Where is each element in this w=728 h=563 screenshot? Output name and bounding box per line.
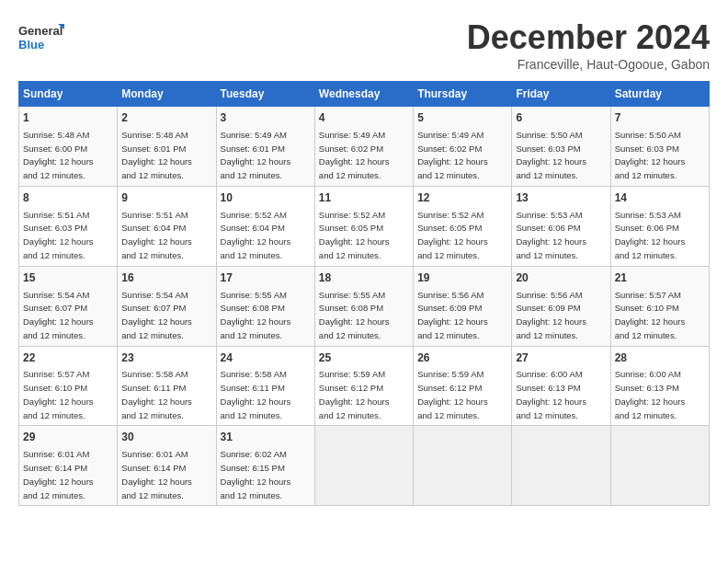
day-info: Sunrise: 6:01 AMSunset: 6:14 PMDaylight:… — [121, 449, 192, 500]
day-number: 3 — [221, 110, 311, 126]
svg-text:Blue: Blue — [18, 38, 44, 52]
table-row: 3Sunrise: 5:49 AMSunset: 6:01 PMDaylight… — [216, 107, 314, 187]
day-number: 6 — [516, 110, 606, 126]
day-info: Sunrise: 5:53 AMSunset: 6:06 PMDaylight:… — [615, 210, 686, 260]
table-row: 1Sunrise: 5:48 AMSunset: 6:00 PMDaylight… — [19, 107, 118, 187]
table-row: 16Sunrise: 5:54 AMSunset: 6:07 PMDayligh… — [118, 266, 216, 346]
table-row: 4Sunrise: 5:49 AMSunset: 6:02 PMDaylight… — [314, 107, 413, 187]
table-row: 25Sunrise: 5:59 AMSunset: 6:12 PMDayligh… — [314, 346, 413, 426]
day-info: Sunrise: 5:54 AMSunset: 6:07 PMDaylight:… — [23, 290, 94, 340]
day-info: Sunrise: 6:02 AMSunset: 6:15 PMDaylight:… — [221, 449, 291, 500]
day-info: Sunrise: 5:57 AMSunset: 6:10 PMDaylight:… — [23, 369, 94, 419]
header-sunday: Sunday — [19, 82, 118, 107]
calendar-week-row: 8Sunrise: 5:51 AMSunset: 6:03 PMDaylight… — [19, 186, 710, 266]
day-info: Sunrise: 5:49 AMSunset: 6:02 PMDaylight:… — [319, 130, 390, 180]
calendar-table: Sunday Monday Tuesday Wednesday Thursday… — [18, 81, 710, 506]
logo: General Blue — [18, 18, 64, 57]
day-info: Sunrise: 5:57 AMSunset: 6:10 PMDaylight:… — [615, 290, 686, 340]
day-number: 2 — [121, 110, 211, 126]
day-number: 7 — [615, 110, 705, 126]
day-number: 24 — [221, 350, 311, 366]
day-info: Sunrise: 5:59 AMSunset: 6:12 PMDaylight:… — [319, 369, 390, 419]
day-number: 9 — [121, 190, 211, 206]
day-info: Sunrise: 5:48 AMSunset: 6:01 PMDaylight:… — [121, 130, 192, 180]
table-row: 26Sunrise: 5:59 AMSunset: 6:12 PMDayligh… — [414, 346, 512, 426]
table-row: 11Sunrise: 5:52 AMSunset: 6:05 PMDayligh… — [314, 186, 413, 266]
table-row: 7Sunrise: 5:50 AMSunset: 6:03 PMDaylight… — [610, 107, 709, 187]
calendar-week-row: 1Sunrise: 5:48 AMSunset: 6:00 PMDaylight… — [19, 107, 710, 187]
day-info: Sunrise: 5:50 AMSunset: 6:03 PMDaylight:… — [516, 130, 586, 180]
title-area: December 2024 Franceville, Haut-Ogooue, … — [467, 18, 710, 72]
calendar-week-row: 22Sunrise: 5:57 AMSunset: 6:10 PMDayligh… — [19, 346, 710, 426]
day-number: 5 — [417, 110, 507, 126]
table-row: 30Sunrise: 6:01 AMSunset: 6:14 PMDayligh… — [118, 426, 216, 506]
calendar-week-row: 15Sunrise: 5:54 AMSunset: 6:07 PMDayligh… — [19, 266, 710, 346]
table-row: 22Sunrise: 5:57 AMSunset: 6:10 PMDayligh… — [19, 346, 118, 426]
calendar-week-row: 29Sunrise: 6:01 AMSunset: 6:14 PMDayligh… — [19, 426, 710, 506]
calendar-header-row: Sunday Monday Tuesday Wednesday Thursday… — [19, 82, 710, 107]
day-info: Sunrise: 5:52 AMSunset: 6:04 PMDaylight:… — [221, 210, 291, 260]
header-wednesday: Wednesday — [314, 82, 413, 107]
table-row: 18Sunrise: 5:55 AMSunset: 6:08 PMDayligh… — [314, 266, 413, 346]
day-info: Sunrise: 5:56 AMSunset: 6:09 PMDaylight:… — [417, 290, 488, 340]
day-number: 31 — [221, 430, 311, 445]
day-number: 22 — [23, 350, 113, 366]
day-number: 28 — [615, 350, 705, 366]
table-row: 6Sunrise: 5:50 AMSunset: 6:03 PMDaylight… — [512, 107, 610, 187]
svg-text:General: General — [18, 24, 63, 38]
table-row — [314, 426, 413, 506]
day-info: Sunrise: 5:54 AMSunset: 6:07 PMDaylight:… — [121, 290, 192, 340]
day-number: 30 — [121, 430, 211, 445]
day-info: Sunrise: 5:48 AMSunset: 6:00 PMDaylight:… — [23, 130, 94, 180]
day-number: 1 — [23, 110, 113, 126]
table-row: 31Sunrise: 6:02 AMSunset: 6:15 PMDayligh… — [216, 426, 314, 506]
day-info: Sunrise: 6:00 AMSunset: 6:13 PMDaylight:… — [615, 369, 686, 419]
day-number: 13 — [516, 190, 606, 206]
header-monday: Monday — [118, 82, 216, 107]
day-number: 27 — [516, 350, 606, 366]
day-number: 12 — [417, 190, 507, 206]
day-info: Sunrise: 5:53 AMSunset: 6:06 PMDaylight:… — [516, 210, 586, 260]
day-number: 29 — [23, 430, 113, 445]
day-info: Sunrise: 6:01 AMSunset: 6:14 PMDaylight:… — [23, 449, 94, 500]
table-row — [610, 426, 709, 506]
table-row: 9Sunrise: 5:51 AMSunset: 6:04 PMDaylight… — [118, 186, 216, 266]
day-info: Sunrise: 5:55 AMSunset: 6:08 PMDaylight:… — [319, 290, 390, 340]
day-info: Sunrise: 5:50 AMSunset: 6:03 PMDaylight:… — [615, 130, 686, 180]
table-row: 21Sunrise: 5:57 AMSunset: 6:10 PMDayligh… — [610, 266, 709, 346]
day-number: 14 — [615, 190, 705, 206]
table-row: 20Sunrise: 5:56 AMSunset: 6:09 PMDayligh… — [512, 266, 610, 346]
day-info: Sunrise: 5:51 AMSunset: 6:03 PMDaylight:… — [23, 210, 94, 260]
day-info: Sunrise: 5:49 AMSunset: 6:01 PMDaylight:… — [221, 130, 291, 180]
table-row — [512, 426, 610, 506]
day-info: Sunrise: 5:51 AMSunset: 6:04 PMDaylight:… — [121, 210, 192, 260]
location-subtitle: Franceville, Haut-Ogooue, Gabon — [467, 57, 710, 72]
table-row: 17Sunrise: 5:55 AMSunset: 6:08 PMDayligh… — [216, 266, 314, 346]
day-number: 25 — [319, 350, 409, 366]
table-row: 23Sunrise: 5:58 AMSunset: 6:11 PMDayligh… — [118, 346, 216, 426]
header-thursday: Thursday — [414, 82, 512, 107]
day-number: 10 — [221, 190, 311, 206]
header-saturday: Saturday — [610, 82, 709, 107]
table-row: 12Sunrise: 5:52 AMSunset: 6:05 PMDayligh… — [414, 186, 512, 266]
table-row: 15Sunrise: 5:54 AMSunset: 6:07 PMDayligh… — [19, 266, 118, 346]
day-info: Sunrise: 5:59 AMSunset: 6:12 PMDaylight:… — [417, 369, 488, 419]
day-info: Sunrise: 5:58 AMSunset: 6:11 PMDaylight:… — [121, 369, 192, 419]
logo-svg: General Blue — [18, 18, 64, 57]
table-row: 2Sunrise: 5:48 AMSunset: 6:01 PMDaylight… — [118, 107, 216, 187]
header-friday: Friday — [512, 82, 610, 107]
day-number: 23 — [121, 350, 211, 366]
day-number: 21 — [615, 270, 705, 286]
table-row: 13Sunrise: 5:53 AMSunset: 6:06 PMDayligh… — [512, 186, 610, 266]
table-row: 27Sunrise: 6:00 AMSunset: 6:13 PMDayligh… — [512, 346, 610, 426]
day-number: 4 — [319, 110, 409, 126]
table-row — [414, 426, 512, 506]
table-row: 29Sunrise: 6:01 AMSunset: 6:14 PMDayligh… — [19, 426, 118, 506]
table-row: 28Sunrise: 6:00 AMSunset: 6:13 PMDayligh… — [610, 346, 709, 426]
table-row: 8Sunrise: 5:51 AMSunset: 6:03 PMDaylight… — [19, 186, 118, 266]
day-number: 8 — [23, 190, 113, 206]
day-number: 26 — [417, 350, 507, 366]
day-number: 11 — [319, 190, 409, 206]
table-row: 10Sunrise: 5:52 AMSunset: 6:04 PMDayligh… — [216, 186, 314, 266]
day-info: Sunrise: 5:55 AMSunset: 6:08 PMDaylight:… — [221, 290, 291, 340]
